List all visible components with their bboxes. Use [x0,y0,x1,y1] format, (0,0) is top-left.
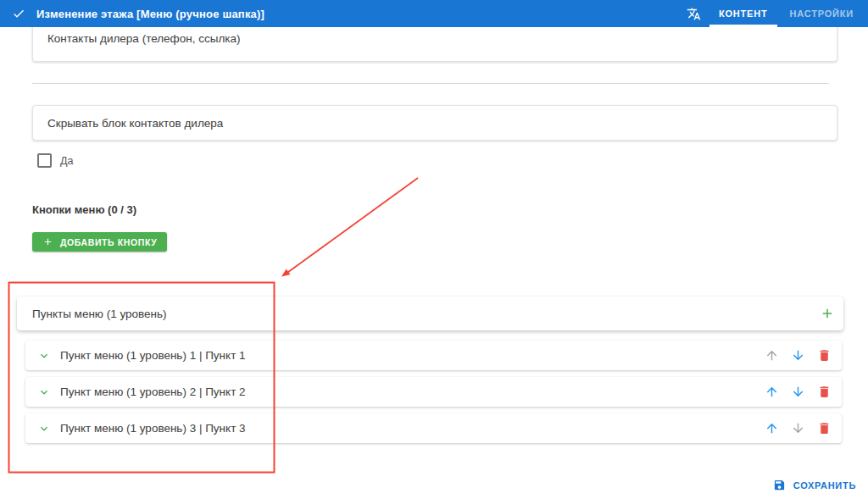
move-down-button[interactable] [791,348,805,363]
field-hide-contacts[interactable]: Скрывать блок контактов дилера [32,105,837,141]
divider [32,83,829,84]
menu-buttons-label: Кнопки меню (0 / 3) [32,203,136,216]
row-actions [753,421,832,435]
menu-items-header-label: Пункты меню (1 уровень) [32,308,167,320]
tab-content[interactable]: КОНТЕНТ [708,0,779,27]
annotation-arrow-head [281,269,291,276]
chevron-down-icon[interactable] [37,422,51,435]
plus-icon [42,236,53,247]
add-button-label: ДОБАВИТЬ КНОПКУ [60,237,157,247]
checkbox-da[interactable]: Да [37,153,73,168]
move-up-button[interactable] [765,385,779,399]
checkbox-label: Да [60,155,73,167]
menu-item-row: Пункт меню (1 уровень) 3 | Пункт 3 [25,413,842,443]
menu-item-label: Пункт меню (1 уровень) 3 | Пункт 3 [60,422,246,435]
trash-icon[interactable] [817,385,832,399]
row-actions [753,348,832,363]
tab-bar: КОНТЕНТ НАСТРОЙКИ [708,0,865,27]
row-actions [753,385,832,399]
save-button[interactable]: СОХРАНИТЬ [773,479,856,491]
trash-icon[interactable] [817,421,832,435]
move-down-button[interactable] [791,385,805,399]
move-up-button[interactable] [765,348,779,363]
check-icon [12,7,25,20]
translate-icon[interactable] [687,7,701,21]
menu-item-row: Пункт меню (1 уровень) 2 | Пункт 2 [25,377,842,407]
save-button-label: СОХРАНИТЬ [793,480,856,491]
menu-item-label: Пункт меню (1 уровень) 1 | Пункт 1 [60,349,246,362]
trash-icon[interactable] [817,348,832,363]
menu-item-row: Пункт меню (1 уровень) 1 | Пункт 1 [25,341,842,370]
menu-items-header[interactable]: Пункты меню (1 уровень) [17,297,843,330]
screen: Изменение этажа [Меню (ручное шапка)] КО… [0,0,868,499]
move-up-button[interactable] [765,421,779,435]
annotation-arrow-line [285,178,418,274]
field-hide-contacts-label: Скрывать блок контактов дилера [47,117,223,130]
page-title: Изменение этажа [Меню (ручное шапка)] [36,8,264,20]
chevron-down-icon[interactable] [37,349,51,363]
chevron-down-icon[interactable] [37,385,51,399]
move-down-button[interactable] [791,421,805,435]
app-bar: Изменение этажа [Меню (ручное шапка)] КО… [0,0,868,27]
tab-settings[interactable]: НАСТРОЙКИ [779,0,865,27]
field-dealer-contacts-label: Контакты дилера (телефон, ссылка) [47,32,240,45]
add-button-button[interactable]: ДОБАВИТЬ КНОПКУ [32,232,167,252]
floppy-disk-icon [773,479,786,491]
menu-item-label: Пункт меню (1 уровень) 2 | Пункт 2 [60,385,246,398]
checkbox-icon[interactable] [37,153,52,168]
add-menu-item-icon[interactable] [820,306,835,321]
